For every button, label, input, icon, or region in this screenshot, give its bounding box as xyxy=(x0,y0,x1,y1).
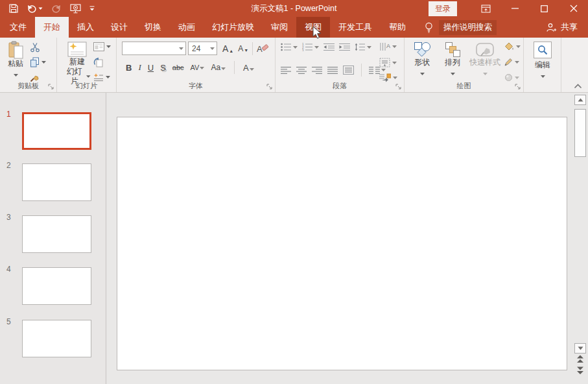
editing-button[interactable]: 编辑 xyxy=(530,42,555,80)
shape-fill-icon xyxy=(504,42,514,51)
window-title: 演示文稿1 - PowerPoint xyxy=(162,0,426,17)
tab-design[interactable]: 设计 xyxy=(102,17,136,38)
align-left-icon xyxy=(281,66,291,75)
clipboard-dialog-launcher[interactable] xyxy=(48,84,54,90)
align-right-button[interactable] xyxy=(312,66,322,75)
slide-number: 3 xyxy=(6,213,11,222)
copy-button[interactable] xyxy=(30,57,46,67)
save-icon xyxy=(9,4,18,13)
font-color-button[interactable]: A xyxy=(243,63,254,73)
bullets-button[interactable] xyxy=(281,43,298,51)
previous-slide-button[interactable] xyxy=(576,355,584,363)
tab-insert[interactable]: 插入 xyxy=(69,17,102,38)
change-case-button[interactable]: Aa xyxy=(211,63,226,72)
scrollbar-thumb[interactable] xyxy=(574,109,586,157)
tab-home[interactable]: 开始 xyxy=(35,17,69,38)
scroll-up-icon xyxy=(578,98,583,102)
shape-outline-button[interactable] xyxy=(504,58,519,66)
group-editing: 编辑 xyxy=(524,38,561,92)
underline-button[interactable]: U xyxy=(148,63,154,73)
undo-icon xyxy=(27,5,37,13)
cut-button[interactable] xyxy=(30,42,40,53)
minimize-button[interactable] xyxy=(500,0,530,17)
italic-button[interactable]: I xyxy=(138,62,141,73)
save-button[interactable] xyxy=(9,4,18,13)
drawing-dialog-launcher[interactable] xyxy=(515,84,521,90)
slide-layout-button[interactable] xyxy=(93,42,111,51)
group-font: 24 A▲ A▼ A B I U S abc AV xyxy=(117,38,276,92)
decrease-indent-icon xyxy=(323,43,335,51)
tab-review[interactable]: 审阅 xyxy=(263,17,296,38)
numbering-button[interactable]: 123 xyxy=(302,43,319,51)
font-dialog-launcher[interactable] xyxy=(266,84,272,90)
tab-help[interactable]: 帮助 xyxy=(381,17,414,38)
slide-canvas[interactable] xyxy=(117,117,567,370)
justify-button[interactable] xyxy=(327,66,338,75)
tab-developer[interactable]: 开发工具 xyxy=(330,17,381,38)
decrease-indent-button[interactable] xyxy=(323,43,335,51)
next-slide-button[interactable] xyxy=(576,366,584,375)
shape-outline-icon xyxy=(504,58,513,66)
quick-styles-icon xyxy=(474,42,496,58)
quick-styles-button[interactable]: 快速样式 xyxy=(467,42,503,78)
text-direction-button[interactable]: A xyxy=(379,42,397,51)
close-button[interactable] xyxy=(559,0,588,17)
strikethrough-button[interactable]: abc xyxy=(172,64,184,71)
reset-slide-button[interactable] xyxy=(93,57,104,67)
clear-formatting-button[interactable]: A xyxy=(257,43,269,54)
slide-thumbnail-4[interactable] xyxy=(22,267,91,305)
slide-thumbnail-2[interactable] xyxy=(22,163,91,201)
minimize-icon xyxy=(512,8,519,9)
maximize-button[interactable] xyxy=(530,0,559,17)
distribute-button[interactable] xyxy=(343,66,354,75)
increase-indent-button[interactable] xyxy=(339,43,350,51)
align-text-button[interactable] xyxy=(379,58,397,67)
text-direction-icon: A xyxy=(379,42,390,51)
redo-button[interactable] xyxy=(51,5,62,13)
collapse-ribbon-button[interactable] xyxy=(574,84,582,89)
tab-slideshow[interactable]: 幻灯片放映 xyxy=(204,17,263,38)
svg-text:A: A xyxy=(386,43,390,49)
paste-label: 粘贴 xyxy=(8,59,23,69)
paste-icon xyxy=(8,41,23,59)
tell-me-label[interactable]: 操作说明搜索 xyxy=(439,20,497,35)
scroll-up-button[interactable] xyxy=(574,95,586,105)
undo-button[interactable] xyxy=(27,5,43,13)
tab-view[interactable]: 视图 xyxy=(296,17,330,38)
columns-icon xyxy=(369,66,380,75)
increase-font-size-button[interactable]: A▲ xyxy=(222,43,233,54)
align-center-button[interactable] xyxy=(296,66,307,75)
start-slideshow-button[interactable] xyxy=(70,4,81,14)
redo-icon xyxy=(51,5,62,13)
tab-transitions[interactable]: 切换 xyxy=(136,17,170,38)
decrease-font-size-button[interactable]: A▼ xyxy=(238,44,248,53)
line-spacing-button[interactable] xyxy=(355,43,371,51)
customize-quick-access-button[interactable] xyxy=(89,6,95,12)
paragraph-dialog-launcher[interactable] xyxy=(395,84,401,90)
paste-button[interactable]: 粘贴 xyxy=(4,41,27,79)
tab-file[interactable]: 文件 xyxy=(1,17,35,38)
title-bar: 演示文稿1 - PowerPoint 登录 xyxy=(0,0,588,17)
font-size-combobox[interactable]: 24 xyxy=(188,42,217,55)
font-name-combobox[interactable] xyxy=(122,42,186,55)
align-left-button[interactable] xyxy=(281,66,291,75)
slide-thumbnail-3[interactable] xyxy=(22,215,91,253)
new-slide-button[interactable]: 新建 幻灯片 xyxy=(64,42,91,86)
section-button[interactable] xyxy=(93,73,110,82)
shapes-button[interactable]: 形状 xyxy=(408,42,436,78)
tell-me-search[interactable]: 操作说明搜索 xyxy=(425,17,497,38)
arrange-button[interactable]: 排列 xyxy=(438,42,467,78)
slide-thumbnail-1[interactable] xyxy=(22,112,91,150)
sign-in-button[interactable]: 登录 xyxy=(429,1,457,16)
slide-thumbnail-5[interactable] xyxy=(22,320,91,357)
increase-indent-icon xyxy=(339,43,350,51)
share-button[interactable]: 共享 xyxy=(546,17,588,38)
scroll-down-button[interactable] xyxy=(574,343,586,354)
ribbon-display-options-button[interactable] xyxy=(471,0,500,17)
text-shadow-button[interactable]: S xyxy=(160,63,166,73)
bold-button[interactable]: B xyxy=(126,63,132,73)
shape-fill-button[interactable] xyxy=(504,42,521,51)
tab-animations[interactable]: 动画 xyxy=(170,17,204,38)
character-spacing-button[interactable]: AV xyxy=(191,64,205,71)
reset-slide-icon xyxy=(93,57,104,67)
